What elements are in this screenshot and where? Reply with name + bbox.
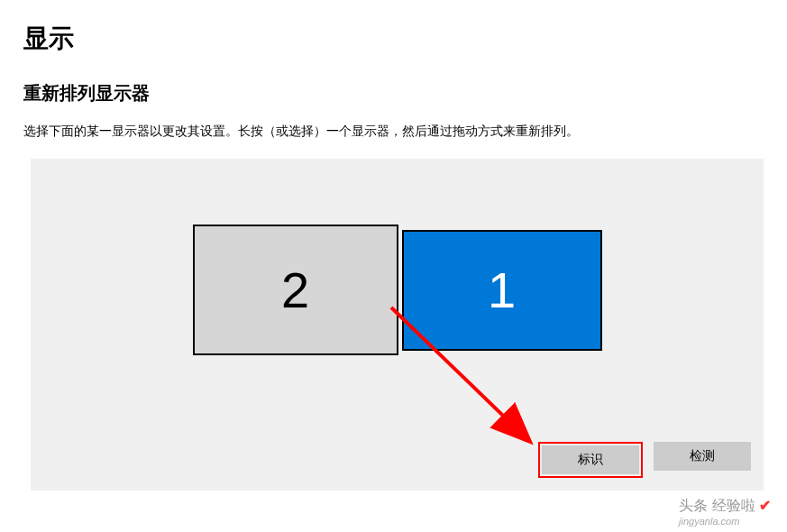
- page-title: 显示: [0, 0, 787, 56]
- watermark-check-icon: ✔: [759, 498, 771, 513]
- section-title: 重新排列显示器: [0, 56, 787, 105]
- description-text: 选择下面的某一显示器以更改其设置。长按（或选择）一个显示器，然后通过拖动方式来重…: [0, 105, 787, 141]
- button-row: 标识 检测: [538, 442, 751, 478]
- display-arrangement-area: 2 1 标识 检测: [31, 159, 764, 491]
- watermark-text-1: 头条 经验啦: [679, 498, 755, 513]
- detect-button[interactable]: 检测: [654, 442, 751, 471]
- monitor-2[interactable]: 2: [193, 225, 398, 355]
- identify-button[interactable]: 标识: [542, 445, 639, 474]
- identify-highlight: 标识: [538, 442, 643, 478]
- monitor-1-label: 1: [488, 261, 516, 319]
- watermark-text-2: jingyanla.com: [679, 516, 771, 527]
- monitor-1[interactable]: 1: [402, 230, 602, 351]
- watermark: 头条 经验啦 ✔ jingyanla.com: [679, 497, 771, 527]
- monitor-group: 2 1: [193, 225, 602, 355]
- monitor-2-label: 2: [281, 261, 309, 319]
